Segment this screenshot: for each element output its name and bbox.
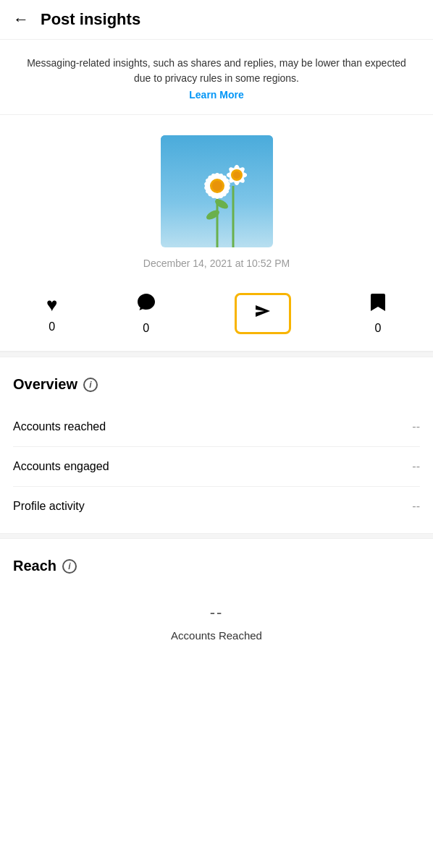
reach-content: -- Accounts Reached	[13, 589, 420, 649]
privacy-notice-text: Messaging-related insights, such as shar…	[22, 56, 411, 86]
reach-section: Reach i -- Accounts Reached	[0, 539, 433, 671]
reach-title: Reach	[13, 558, 56, 574]
comments-value: 0	[143, 322, 149, 335]
section-divider	[0, 352, 433, 357]
profile-activity-value: --	[412, 500, 420, 513]
reach-info-icon[interactable]: i	[62, 559, 77, 574]
reach-label: Accounts Reached	[171, 629, 262, 642]
saves-value: 0	[374, 322, 381, 335]
likes-stat: ♥ 0	[46, 294, 57, 333]
profile-activity-label: Profile activity	[13, 500, 85, 513]
accounts-engaged-label: Accounts engaged	[13, 460, 109, 473]
svg-point-23	[233, 171, 240, 179]
header: ← Post insights	[0, 0, 433, 40]
post-image	[161, 135, 273, 247]
heart-icon: ♥	[46, 294, 57, 316]
accounts-engaged-item[interactable]: Accounts engaged --	[13, 447, 420, 487]
back-button[interactable]: ←	[13, 10, 29, 29]
svg-point-13	[212, 181, 222, 191]
overview-info-icon[interactable]: i	[83, 378, 98, 392]
svg-marker-26	[256, 305, 270, 317]
saves-stat: 0	[369, 292, 387, 335]
share-icon	[253, 301, 273, 326]
stats-row: ♥ 0 0 0	[0, 276, 433, 352]
reach-divider	[0, 533, 433, 539]
likes-value: 0	[49, 320, 55, 333]
post-image-section: December 14, 2021 at 10:52 PM	[0, 115, 433, 276]
accounts-reached-value: --	[412, 420, 420, 433]
overview-header: Overview i	[13, 376, 420, 393]
comment-icon	[136, 292, 156, 318]
overview-title: Overview	[13, 376, 77, 393]
bookmark-icon	[369, 292, 387, 318]
learn-more-link[interactable]: Learn More	[189, 89, 243, 101]
accounts-engaged-value: --	[412, 460, 420, 473]
profile-activity-item[interactable]: Profile activity --	[13, 487, 420, 526]
shares-stat[interactable]	[235, 293, 291, 334]
reach-header: Reach i	[13, 558, 420, 574]
privacy-notice: Messaging-related insights, such as shar…	[0, 40, 433, 115]
overview-section: Overview i Accounts reached -- Accounts …	[0, 357, 433, 533]
page-title: Post insights	[41, 10, 140, 29]
accounts-reached-item[interactable]: Accounts reached --	[13, 407, 420, 447]
comments-stat: 0	[136, 292, 156, 335]
reach-value: --	[210, 603, 224, 622]
accounts-reached-label: Accounts reached	[13, 420, 106, 433]
post-date: December 14, 2021 at 10:52 PM	[143, 258, 290, 269]
